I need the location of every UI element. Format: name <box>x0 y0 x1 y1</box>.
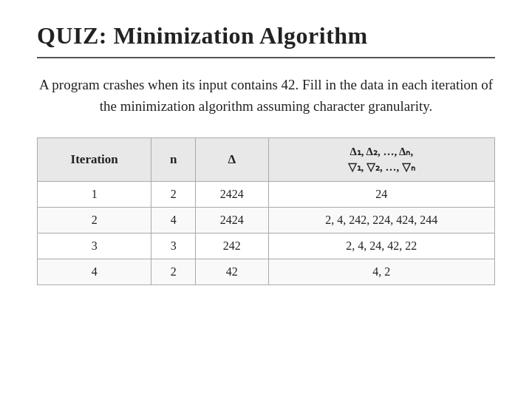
cell-delta-4: 42 <box>196 259 269 285</box>
cell-iteration-1: 1 <box>38 182 151 208</box>
cell-delta-complex-3: 2, 4, 24, 42, 22 <box>268 233 494 259</box>
table-body: 1 2 2424 24 2 4 2424 2, 4, 242, 224, 424… <box>38 182 495 285</box>
cell-n-4: 2 <box>151 259 196 285</box>
cell-delta-2: 2424 <box>196 208 269 233</box>
table-row: 3 3 242 2, 4, 24, 42, 22 <box>38 233 495 259</box>
header-n: n <box>151 138 196 182</box>
cell-delta-complex-2: 2, 4, 242, 224, 424, 244 <box>268 208 494 233</box>
cell-delta-1: 2424 <box>196 182 269 208</box>
header-iteration: Iteration <box>38 138 151 182</box>
table-row: 4 2 42 4, 2 <box>38 259 495 285</box>
cell-n-1: 2 <box>151 182 196 208</box>
data-table: Iteration n Δ Δ₁, Δ₂, …, Δₙ, ▽₁, ▽₂, …, … <box>37 137 495 285</box>
header-delta-complex: Δ₁, Δ₂, …, Δₙ, ▽₁, ▽₂, …, ▽ₙ <box>268 138 494 182</box>
cell-iteration-2: 2 <box>38 208 151 233</box>
cell-iteration-3: 3 <box>38 233 151 259</box>
page-title: QUIZ: Minimization Algorithm <box>37 22 495 50</box>
header-delta: Δ <box>196 138 269 182</box>
cell-n-2: 4 <box>151 208 196 233</box>
cell-delta-complex-4: 4, 2 <box>268 259 494 285</box>
delta-complex-line2: ▽₁, ▽₂, …, ▽ₙ <box>348 161 416 173</box>
table-row: 1 2 2424 24 <box>38 182 495 208</box>
table-container: Iteration n Δ Δ₁, Δ₂, …, Δₙ, ▽₁, ▽₂, …, … <box>37 137 495 285</box>
page: QUIZ: Minimization Algorithm A program c… <box>0 0 532 399</box>
table-row: 2 4 2424 2, 4, 242, 224, 424, 244 <box>38 208 495 233</box>
delta-complex-line1: Δ₁, Δ₂, …, Δₙ, <box>349 146 413 157</box>
cell-n-3: 3 <box>151 233 196 259</box>
cell-iteration-4: 4 <box>38 259 151 285</box>
table-header-row: Iteration n Δ Δ₁, Δ₂, …, Δₙ, ▽₁, ▽₂, …, … <box>38 138 495 182</box>
cell-delta-3: 242 <box>196 233 269 259</box>
description-text: A program crashes when its input contain… <box>37 75 495 117</box>
title-divider <box>37 57 495 58</box>
cell-delta-complex-1: 24 <box>268 182 494 208</box>
